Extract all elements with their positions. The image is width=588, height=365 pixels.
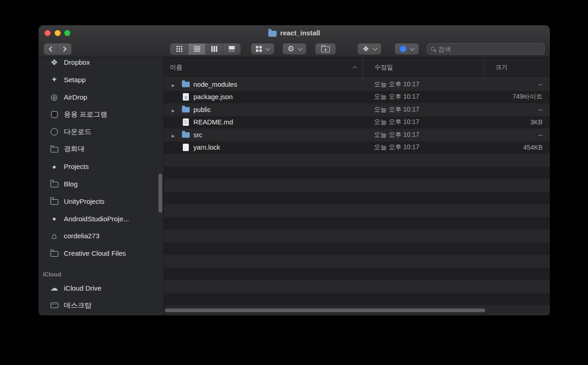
file-row-public[interactable]: public 오늘 오후 10:17 -- (164, 103, 550, 116)
date-cell: 오늘 오후 10:17 (362, 118, 484, 126)
disclosure-triangle-icon[interactable] (170, 80, 176, 89)
date-cell: 오늘 오후 10:17 (362, 131, 484, 139)
toolbar (39, 41, 550, 57)
home-icon (49, 231, 60, 241)
column-header-size-label: 크기 (495, 63, 508, 72)
sidebar-item-label: UnityProjects (64, 197, 104, 205)
column-header-date-label: 수정일 (374, 63, 393, 72)
chevron-down-icon (266, 46, 270, 50)
view-list-button[interactable] (188, 44, 205, 55)
column-header-date[interactable]: 수정일 (362, 57, 484, 78)
file-row-yarn-lock[interactable]: yarn.lock 오늘 오후 10:17 454KB (164, 141, 550, 154)
plain-file-icon (183, 144, 189, 151)
file-row-src[interactable]: src 오늘 오후 10:17 -- (164, 129, 550, 141)
column-headers: 이름 수정일 크기 (164, 57, 550, 78)
sidebar-item-desktop[interactable]: 데스크탑 (39, 297, 164, 314)
finder-window: react_install (39, 25, 550, 315)
icon-box (181, 144, 190, 151)
airdrop-icon (49, 92, 60, 102)
sidebar-item-blog[interactable]: Blog (39, 175, 164, 193)
dropbox-icon (49, 57, 60, 67)
column-header-name[interactable]: 이름 (164, 57, 362, 78)
group-button[interactable] (251, 43, 274, 55)
icon-box (181, 118, 190, 126)
file-row-package-json[interactable]: package.json 오늘 오후 10:17 749바이트 (164, 91, 550, 104)
search-icon (431, 47, 435, 51)
column-header-size[interactable]: 크기 (484, 57, 550, 78)
disclosure-spacer (170, 118, 176, 126)
icon-box (181, 81, 190, 87)
file-row-readme[interactable]: README.md 오늘 오후 10:17 3KB (164, 116, 550, 129)
folder-icon (51, 199, 58, 205)
dropbox-button[interactable] (357, 43, 381, 55)
date-cell: 오늘 오후 10:17 (362, 106, 484, 114)
list-view-icon (194, 46, 200, 52)
view-icons-button[interactable] (170, 44, 188, 55)
name-cell: src (164, 131, 362, 139)
sidebar-item-label: 응용 프로그램 (64, 110, 107, 119)
search-input[interactable] (438, 45, 541, 53)
downloads-icon (51, 128, 58, 135)
size-cell: -- (484, 106, 550, 113)
size-cell: -- (484, 131, 550, 139)
view-columns-button[interactable] (205, 44, 223, 55)
name-cell: public (164, 106, 362, 114)
sidebar-item-androidstudioprojects[interactable]: AndroidStudioProje... (39, 210, 164, 227)
sidebar-item-airdrop[interactable]: AirDrop (39, 89, 164, 106)
sidebar-item-setapp[interactable]: Setapp (39, 71, 164, 89)
search-field[interactable] (427, 43, 545, 55)
window-title-group: react_install (268, 29, 320, 37)
name-cell: yarn.lock (164, 143, 362, 152)
column-header-name-label: 이름 (170, 63, 182, 72)
action-button[interactable] (283, 43, 307, 55)
minimize-button[interactable] (55, 30, 61, 36)
gallery-view-icon (229, 46, 235, 52)
view-segmented-control (170, 43, 241, 55)
sidebar-item-home[interactable]: cordelia273 (39, 227, 164, 245)
gear-icon (288, 45, 294, 53)
name-cell: package.json (164, 93, 362, 101)
file-row-node-modules[interactable]: node_modules 오늘 오후 10:17 -- (164, 78, 550, 91)
sidebar-item-icloud-drive[interactable]: iCloud Drive (39, 280, 164, 297)
back-button[interactable] (44, 44, 57, 55)
forward-button[interactable] (57, 44, 71, 55)
blue-circle-icon (400, 45, 407, 52)
close-button[interactable] (45, 30, 51, 36)
columns-view-icon (211, 46, 217, 52)
window-body: Dropbox Setapp AirDrop 응용 프로그램 다운로드 (39, 57, 550, 315)
dropbox-icon (362, 45, 369, 53)
sidebar-item-label: 경희대 (64, 145, 85, 153)
grid-view-icon (176, 46, 182, 52)
folder-icon (51, 251, 58, 257)
title-bar[interactable]: react_install (39, 25, 550, 41)
file-name: node_modules (193, 81, 237, 88)
disclosure-triangle-icon[interactable] (170, 131, 176, 139)
chevron-down-icon (410, 46, 414, 50)
disclosure-triangle-icon[interactable] (170, 106, 176, 114)
sidebar-item-dropbox[interactable]: Dropbox (39, 57, 164, 71)
view-gallery-button[interactable] (223, 44, 240, 55)
sidebar-item-label: Projects (64, 163, 89, 170)
sidebar-scrollbar[interactable] (158, 174, 162, 213)
sidebar-item-label: Setapp (64, 76, 86, 84)
sidebar-item-projects[interactable]: Projects (39, 158, 164, 175)
zoom-button[interactable] (64, 30, 70, 36)
file-list: node_modules 오늘 오후 10:17 -- package.json… (164, 78, 550, 315)
sidebar-item-downloads[interactable]: 다운로드 (39, 123, 164, 140)
sidebar-item-creative-cloud-files[interactable]: Creative Cloud Files (39, 245, 164, 262)
name-cell: README.md (164, 118, 362, 126)
new-folder-button[interactable] (315, 43, 336, 55)
horizontal-scrollbar[interactable] (165, 309, 485, 312)
chevron-right-icon (61, 46, 66, 51)
json-file-icon (183, 93, 189, 101)
folder-icon (182, 107, 190, 112)
chevron-down-icon (373, 46, 377, 50)
sidebar-item-unityprojects[interactable]: UnityProjects (39, 192, 164, 210)
cloud-icon (49, 283, 60, 293)
icon-box (181, 93, 190, 101)
sidebar-item-kyunghee[interactable]: 경희대 (39, 140, 164, 158)
sidebar-item-applications[interactable]: 응용 프로그램 (39, 106, 164, 123)
icon-box (181, 107, 190, 112)
chevron-left-icon (49, 46, 54, 51)
tag-button[interactable] (395, 43, 419, 55)
